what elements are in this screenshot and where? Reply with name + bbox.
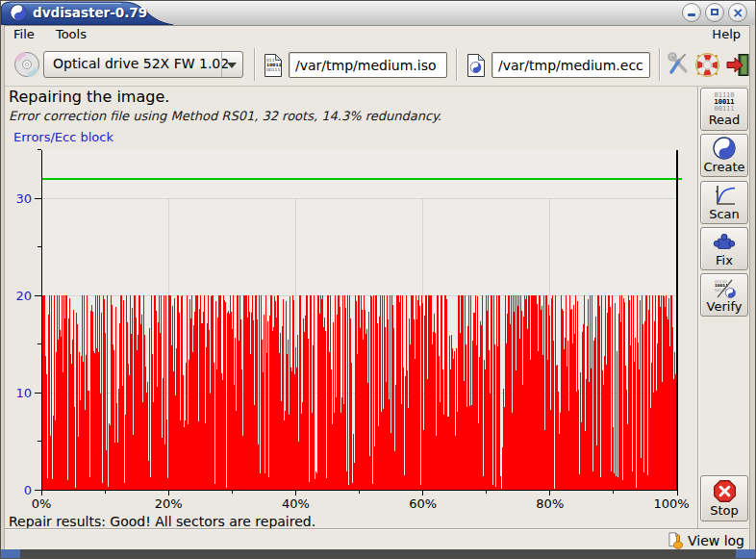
status-detail: Error correction file using Method RS01,… (9, 109, 441, 123)
toolbar-separator (456, 48, 458, 81)
view-log-icon (668, 532, 686, 550)
svg-text:10: 10 (15, 386, 32, 400)
repair-result-text: Repair results: Good! All sectors are re… (9, 514, 315, 529)
toolbar-separator (659, 48, 661, 81)
menu-help[interactable]: Help (706, 25, 746, 44)
app-window: dvdisaster-0.79 × File Tools Help Optica… (0, 0, 756, 559)
svg-text:20%: 20% (155, 496, 183, 511)
cd-drive-icon (13, 51, 40, 78)
window-border-bottom[interactable] (1, 549, 755, 558)
main-panel: Repairing the image. Error correction fi… (5, 87, 696, 528)
fix-label: Fix (716, 253, 733, 267)
window-border-left (1, 25, 5, 549)
scan-button[interactable]: Scan (700, 181, 748, 224)
svg-text:80%: 80% (536, 496, 564, 511)
chart-title: Errors/Ecc block (13, 130, 113, 144)
ecc-file-icon (464, 52, 489, 79)
scan-curve-icon (713, 184, 736, 207)
create-label: Create (703, 160, 744, 174)
minimize-icon (688, 13, 695, 16)
image-file-input[interactable] (289, 52, 447, 78)
menu-tools[interactable]: Tools (47, 25, 95, 44)
errors-per-ecc-block-chart: 01020300%20%40%60%80%100% (5, 145, 696, 513)
stop-label: Stop (710, 503, 739, 518)
stop-button[interactable]: Stop (700, 475, 748, 521)
titlebar[interactable]: dvdisaster-0.79 × (1, 1, 755, 26)
svg-text:60%: 60% (409, 496, 437, 511)
create-button[interactable]: Create (700, 134, 748, 177)
drive-selector[interactable]: Optical drive 52X FW 1.02 (43, 51, 243, 78)
toolbar-separator (254, 48, 256, 81)
read-button[interactable]: 011101001100111 Read (700, 88, 748, 131)
menu-file[interactable]: File (5, 25, 43, 44)
maximize-icon (711, 9, 718, 15)
fix-button[interactable]: Fix (700, 227, 748, 270)
maximize-button[interactable] (705, 3, 724, 22)
window-border-right (749, 25, 755, 549)
drive-selector-value: Optical drive 52X FW 1.02 (53, 56, 229, 71)
preferences-button[interactable] (667, 52, 692, 77)
image-file-icon: 011 10011 00111 (261, 52, 286, 79)
minimize-button[interactable] (682, 3, 701, 22)
drive-selector-dropdown[interactable] (221, 52, 242, 77)
verify-button[interactable]: 01110 10011 00111 Verify (700, 273, 748, 317)
close-icon: × (729, 4, 746, 21)
toolbar: Optical drive 52X FW 1.02 011 10011 0011… (5, 44, 748, 87)
svg-text:20: 20 (15, 289, 32, 303)
stop-octagon-icon (713, 479, 737, 503)
footer-separator (5, 528, 748, 529)
action-sidebar: 011101001100111 Read Create Scan (697, 87, 750, 528)
svg-text:30: 30 (15, 191, 32, 206)
lifebuoy-help-button[interactable] (694, 52, 720, 78)
puzzle-fix-icon (713, 230, 736, 253)
chevron-down-icon (227, 63, 237, 68)
status-headline: Repairing the image. (9, 88, 169, 106)
read-label: Read (709, 113, 741, 127)
view-log-label: View log (688, 533, 744, 548)
verify-compare-icon: 01110 10011 00111 (712, 277, 737, 299)
svg-text:0%: 0% (32, 496, 52, 511)
close-button[interactable]: × (728, 3, 747, 22)
ecc-file-input[interactable] (491, 52, 650, 78)
app-yinyang-icon (10, 4, 27, 21)
view-log-button[interactable]: View log (668, 531, 744, 550)
window-title: dvdisaster-0.79 (33, 5, 147, 20)
svg-text:00111: 00111 (266, 67, 280, 72)
scan-label: Scan (709, 207, 740, 221)
yinyang-create-icon (713, 137, 736, 160)
read-binary-icon: 011101001100111 (714, 92, 734, 113)
verify-label: Verify (707, 299, 743, 314)
menubar: File Tools Help (5, 25, 748, 44)
quit-exit-door-button[interactable] (725, 52, 751, 78)
svg-text:100%: 100% (653, 496, 689, 511)
svg-text:0: 0 (24, 483, 32, 497)
svg-text:40%: 40% (282, 496, 310, 511)
